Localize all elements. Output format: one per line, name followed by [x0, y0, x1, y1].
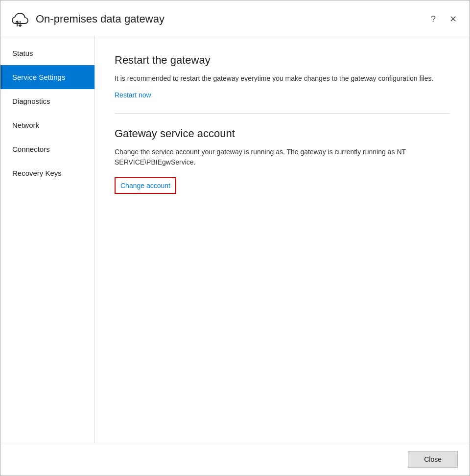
- sidebar-item-connectors[interactable]: Connectors: [0, 137, 94, 161]
- app-window: On-premises data gateway ? ✕ Status Serv…: [0, 0, 470, 476]
- restart-section-description: It is recommended to restart the gateway…: [115, 73, 450, 84]
- content-area: Restart the gateway It is recommended to…: [95, 36, 470, 443]
- change-account-link[interactable]: Change account: [120, 182, 170, 190]
- footer: Close: [0, 443, 470, 476]
- window-title: On-premises data gateway: [36, 13, 428, 25]
- section-divider: [115, 113, 450, 114]
- sidebar-item-diagnostics[interactable]: Diagnostics: [0, 89, 94, 113]
- title-bar: On-premises data gateway ? ✕: [0, 0, 470, 36]
- service-account-description: Change the service account your gateway …: [115, 147, 450, 167]
- sidebar: Status Service Settings Diagnostics Netw…: [0, 36, 95, 443]
- sidebar-item-recovery-keys[interactable]: Recovery Keys: [0, 161, 94, 185]
- window-controls: ? ✕: [428, 13, 460, 25]
- sidebar-item-network[interactable]: Network: [0, 113, 94, 137]
- help-button[interactable]: ?: [428, 13, 439, 25]
- restart-now-link[interactable]: Restart now: [115, 91, 151, 99]
- main-content: Status Service Settings Diagnostics Netw…: [0, 36, 470, 443]
- close-window-button[interactable]: ✕: [446, 13, 460, 25]
- sidebar-item-status[interactable]: Status: [0, 41, 94, 65]
- restart-section-title: Restart the gateway: [115, 54, 450, 67]
- close-button[interactable]: Close: [408, 451, 458, 468]
- service-account-section-title: Gateway service account: [115, 127, 450, 140]
- gateway-icon: [10, 9, 30, 29]
- change-account-box: Change account: [115, 177, 176, 194]
- sidebar-item-service-settings[interactable]: Service Settings: [0, 65, 94, 89]
